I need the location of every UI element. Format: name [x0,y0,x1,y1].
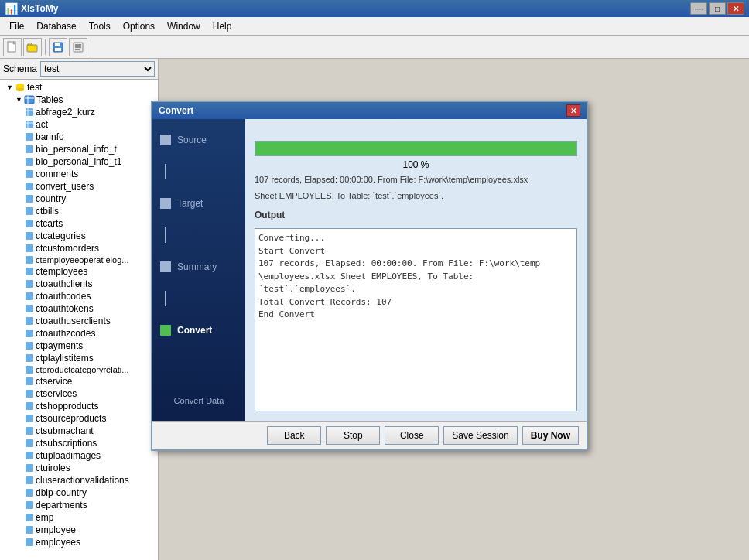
list-item[interactable]: ctservice [2,375,156,388]
schema-select[interactable]: test [40,61,155,77]
list-item[interactable]: ctoauthtokens [2,302,156,315]
list-item[interactable]: convert_users [2,180,156,193]
table-icon [25,108,34,117]
maximize-button[interactable]: □ [709,2,726,15]
tree-tables[interactable]: ▼ Tables [2,94,156,106]
toolbar-save-btn[interactable] [49,38,67,56]
toolbar-new-btn[interactable] [3,38,22,56]
list-item[interactable]: ctsourceproducts [2,412,156,425]
toolbar-run-btn[interactable] [69,38,87,56]
list-item[interactable]: ctcategories [2,230,156,242]
list-item[interactable]: ctoauthuserclients [2,315,156,327]
svg-rect-26 [26,170,33,178]
wizard-step-summary[interactable]: Summary [160,261,238,272]
close-button-dialog[interactable]: Close [385,426,439,445]
svg-rect-51 [26,476,33,484]
wizard-step-target[interactable]: Target [160,198,238,209]
table-icon [25,414,34,423]
list-item[interactable]: barinfo [2,131,156,143]
list-item[interactable]: ctsubmachant [2,425,156,437]
menu-window[interactable]: Window [161,19,207,33]
list-item[interactable]: ctemployees [2,265,156,278]
list-item[interactable]: abfrage2_kurz [2,106,156,118]
list-item[interactable]: ctemployeeoperat elog... [2,254,156,265]
tree-root[interactable]: ▼ test [2,81,156,94]
wizard-step-source[interactable]: Source [160,135,238,145]
progress-label: 100 % [255,159,577,170]
tree-item-label: emp [36,512,53,523]
list-item[interactable]: cluseractionvalidations [2,474,156,487]
schema-label: Schema [3,63,37,74]
list-item[interactable]: ctuiroles [2,462,156,474]
minimize-button[interactable]: — [690,2,707,15]
table-icon [25,132,34,142]
menu-file[interactable]: File [3,19,30,33]
main-area: Schema test ▼ test ▼ Tables abfrage2_kur… [0,59,749,560]
list-item[interactable]: ctproductcategoryrelati... [2,364,156,375]
dialog-title: Convert [159,105,193,116]
list-item[interactable]: ctcustomorders [2,242,156,254]
list-item[interactable]: ctuploadimages [2,449,156,462]
svg-rect-42 [26,366,33,374]
menu-bar: File Database Tools Options Window Help [0,17,749,36]
buy-now-button[interactable]: Buy Now [522,426,579,445]
svg-rect-54 [26,514,33,521]
menu-help[interactable]: Help [207,19,238,33]
dialog-body: Source Target Summary Convert [152,119,587,421]
list-item[interactable]: ctoauthzcodes [2,327,156,340]
progress-info-line2: Sheet EMPLOYEES, To Table: `test`.`emplo… [255,190,577,203]
wizard-step-convert[interactable]: Convert [160,325,238,336]
menu-database[interactable]: Database [30,19,82,33]
list-item[interactable]: country [2,193,156,205]
svg-rect-45 [26,402,33,410]
tree-item-label: ctoauthzcodes [36,328,95,339]
list-item[interactable]: departments [2,499,156,511]
list-item[interactable]: emp [2,511,156,524]
list-item[interactable]: ctpayments [2,340,156,352]
tree-item-label: departments [36,500,87,510]
save-session-button[interactable]: Save Session [443,426,517,445]
table-icon [25,244,34,253]
list-item[interactable]: bio_personal_info_t1 [2,155,156,168]
progress-info-line1: 107 records, Elapsed: 00:00:00. From Fil… [255,173,577,186]
back-button[interactable]: Back [267,426,321,445]
toolbar-open-btn[interactable] [23,38,42,56]
list-item[interactable]: dbip-country [2,487,156,499]
tree-item-label: ctoauthclients [36,278,92,289]
list-item[interactable]: ctplaylistitems [2,352,156,364]
list-item[interactable]: ctcarts [2,217,156,230]
svg-rect-35 [26,280,33,288]
list-item[interactable]: ctsubscriptions [2,437,156,449]
progress-bar-container [255,141,577,156]
list-item[interactable]: ctoauthcodes [2,290,156,302]
stop-button[interactable]: Stop [326,426,380,445]
list-item[interactable]: ctshopproducts [2,400,156,412]
list-item[interactable]: ctoauthclients [2,278,156,290]
wizard-sidebar: Source Target Summary Convert [152,119,245,421]
schema-bar: Schema test [0,59,158,80]
list-item[interactable]: act [2,118,156,131]
list-item[interactable]: ctbills [2,205,156,217]
list-item[interactable]: employee [2,524,156,536]
tree-item-label: ctcategories [36,230,86,241]
output-line-3: 107 records, Elapsed: 00:00:00. From Fil… [258,258,573,271]
table-icon [25,341,34,350]
list-item[interactable]: ctservices [2,388,156,400]
table-icon [25,207,34,216]
step-connector-2 [165,227,166,243]
tree-item-label: ctsubscriptions [36,438,97,449]
tree-item-label: barinfo [36,131,64,142]
svg-rect-56 [26,538,33,546]
dialog-content-area: 100 % 107 records, Elapsed: 00:00:00. Fr… [245,119,587,421]
step-indicator-target [160,198,171,209]
svg-rect-32 [26,244,33,252]
list-item[interactable]: comments [2,168,156,180]
list-item[interactable]: bio_personal_info_t [2,143,156,155]
menu-options[interactable]: Options [117,19,161,33]
close-button[interactable]: ✕ [727,2,744,15]
dialog-close-button[interactable]: ✕ [566,104,580,117]
svg-rect-46 [26,415,33,422]
tree-item-label: ctsourceproducts [36,413,106,424]
list-item[interactable]: employees [2,536,156,548]
menu-tools[interactable]: Tools [83,19,117,33]
